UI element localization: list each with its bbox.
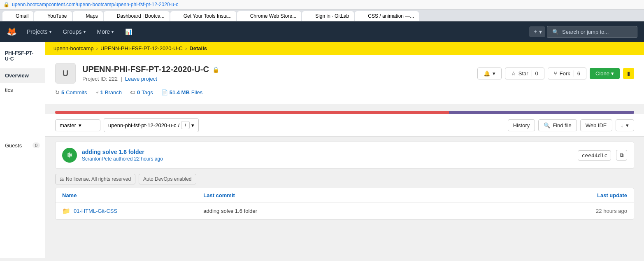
gitlab-navbar: 🦊 Projects ▾ Groups ▾ More ▾ 📊 ＋ ▾ 🔍 Sea…: [0, 21, 644, 42]
col-commit-header: Last commit: [203, 192, 486, 198]
stat-commits[interactable]: ↻ 5 Commits: [55, 89, 87, 96]
star-icon: ☆: [511, 70, 516, 77]
browser-tabs: Gmail YouTube Maps Dashboard | Bootca...…: [0, 9, 644, 21]
notif-chevron-icon: ▾: [493, 70, 495, 77]
clone-button[interactable]: Clone ▾: [590, 68, 620, 79]
sidebar-item-guests[interactable]: Guests 0: [0, 138, 45, 153]
file-table-header: Name Last commit Last update: [56, 188, 634, 203]
file-name-text: 01-HTML-Git-CSS: [74, 208, 117, 214]
project-avatar: U: [55, 63, 76, 84]
tab-dashboard-label: Dashboard | Bootca...: [117, 13, 165, 19]
guests-count: 0: [33, 142, 40, 148]
sidebar-item-overview[interactable]: Overview: [0, 68, 45, 83]
nav-new-button[interactable]: ＋ ▾: [529, 26, 545, 37]
tab-maps-label: Maps: [86, 13, 98, 19]
sidebar-project-name: PHI-FSF-PT-U-C: [0, 47, 45, 68]
commits-count: 5: [61, 89, 64, 96]
fork-count: 6: [574, 70, 580, 77]
main-layout: PHI-FSF-PT-U-C Overview tics Guests 0 up…: [0, 42, 644, 258]
project-info: UPENN-PHI-FSF-PT-12-2020-U-C 🔒 Project I…: [82, 65, 471, 82]
add-path-button[interactable]: +: [181, 121, 190, 129]
tab-youtube[interactable]: YouTube: [34, 11, 72, 21]
tab-dashboard[interactable]: Dashboard | Bootca...: [104, 11, 170, 21]
tab-chrome-label: Chrome Web Store...: [250, 13, 297, 19]
tab-tools[interactable]: Get Your Tools Insta...: [170, 11, 236, 21]
tab-css[interactable]: CSS / animation —...: [355, 11, 419, 21]
files-icon: 📄: [161, 89, 168, 96]
stat-tags[interactable]: 🏷 0 Tags: [130, 89, 153, 96]
find-file-label: Find file: [553, 122, 572, 128]
star-label: Star: [518, 70, 528, 77]
private-lock-icon: 🔒: [212, 66, 219, 73]
file-table: Name Last commit Last update 📁 01-HTML-G…: [55, 188, 634, 220]
dashboard-favicon: [109, 13, 114, 19]
branch-selector[interactable]: master ▾: [55, 119, 100, 131]
new-chevron-icon: ▾: [539, 28, 542, 35]
no-license-badge: ⚖ No license. All rights reserved: [55, 174, 135, 184]
commits-label: Commits: [66, 89, 87, 96]
more-chevron-icon: ▾: [112, 30, 114, 34]
plus-icon: ＋: [532, 28, 538, 35]
tab-gitlab[interactable]: Sign in · GitLab: [302, 11, 354, 21]
breadcrumb-parent[interactable]: upenn-bootcamp: [53, 45, 94, 51]
download-chevron-icon: ▾: [626, 122, 629, 128]
history-button[interactable]: History: [508, 119, 535, 131]
commit-time: 22 hours ago: [134, 156, 163, 162]
commit-message[interactable]: adding solve 1.6 folder: [82, 149, 573, 155]
tab-youtube-label: YouTube: [47, 13, 67, 19]
leave-project-link[interactable]: Leave project: [125, 76, 157, 82]
breadcrumb-repo[interactable]: UPENN-PHI-FSF-PT-12-2020-U-C: [100, 45, 183, 51]
branch-icon: ⑂: [95, 89, 99, 96]
breadcrumb-sep-2: ›: [185, 45, 187, 51]
nav-groups[interactable]: Groups ▾: [58, 25, 91, 38]
nav-more[interactable]: More ▾: [92, 25, 119, 38]
sidebar: PHI-FSF-PT-U-C Overview tics Guests 0: [0, 42, 45, 258]
sidebar-overview-label: Overview: [5, 72, 29, 79]
nav-stats-icon[interactable]: 📊: [120, 25, 137, 38]
nav-projects-label: Projects: [27, 28, 48, 35]
nav-projects[interactable]: Projects ▾: [22, 25, 56, 38]
gitlab-logo-icon[interactable]: 🦊: [7, 27, 17, 37]
address-bar: 🔒 upenn.bootcampcontent.com/upenn-bootca…: [0, 0, 644, 9]
commit-hash[interactable]: cee44d1c: [578, 150, 611, 161]
groups-chevron-icon: ▾: [84, 30, 86, 34]
fork-button[interactable]: ⑂ Fork 6: [548, 68, 586, 79]
table-row[interactable]: 📁 01-HTML-Git-CSS adding solve 1.6 folde…: [56, 203, 634, 219]
maps-favicon: [78, 13, 84, 19]
nav-search-box[interactable]: 🔍 Search or jump to...: [547, 26, 637, 38]
tab-css-label: CSS / animation —...: [368, 13, 414, 19]
clone-extra-button[interactable]: ▮: [623, 68, 634, 79]
author-name[interactable]: ScrantonPete: [82, 156, 112, 162]
star-button[interactable]: ☆ Star 0: [505, 68, 544, 79]
commit-author-line: ScrantonPete authored 22 hours ago: [82, 156, 573, 162]
main-content: upenn-bootcamp › UPENN-PHI-FSF-PT-12-202…: [45, 42, 644, 258]
avatar-image: ❄: [62, 148, 77, 163]
download-button[interactable]: ↓ ▾: [616, 119, 635, 131]
tab-maps[interactable]: Maps: [73, 11, 103, 21]
search-icon: 🔍: [552, 29, 559, 35]
tags-label: Tags: [142, 89, 153, 96]
find-file-button[interactable]: 🔍 Find file: [538, 119, 577, 131]
devops-badge: Auto DevOps enabled: [139, 174, 196, 184]
tab-gmail[interactable]: Gmail: [2, 11, 33, 21]
branch-count: 1: [100, 89, 103, 96]
copy-hash-button[interactable]: ⧉: [616, 150, 627, 161]
tab-chrome-store[interactable]: Chrome Web Store...: [237, 11, 302, 21]
file-name-cell[interactable]: 📁 01-HTML-Git-CSS: [62, 207, 203, 215]
sidebar-item-tics[interactable]: tics: [0, 83, 45, 97]
commit-author-avatar: ❄: [62, 148, 77, 163]
authored-label: authored: [113, 156, 134, 162]
breadcrumb-current: Details: [189, 45, 207, 51]
notifications-button[interactable]: 🔔 ▾: [477, 68, 502, 79]
repo-toolbar: master ▾ upenn-phi-fsf-pt-12-2020-u-c / …: [45, 114, 644, 137]
stat-files[interactable]: 📄 51.4 MB Files: [161, 89, 203, 96]
url-display: upenn.bootcampcontent.com/upenn-bootcamp…: [12, 2, 178, 7]
bar-chart-icon: 📊: [125, 28, 132, 35]
projects-chevron-icon: ▾: [49, 30, 51, 34]
project-name-row: UPENN-PHI-FSF-PT-12-2020-U-C 🔒: [82, 65, 471, 74]
files-size: 51.4 MB: [170, 89, 190, 96]
project-id: Project ID: 222: [82, 76, 118, 82]
web-ide-button[interactable]: Web IDE: [580, 119, 612, 131]
stat-branches[interactable]: ⑂ 1 Branch: [95, 89, 122, 96]
file-time-cell: 22 hours ago: [486, 208, 627, 214]
